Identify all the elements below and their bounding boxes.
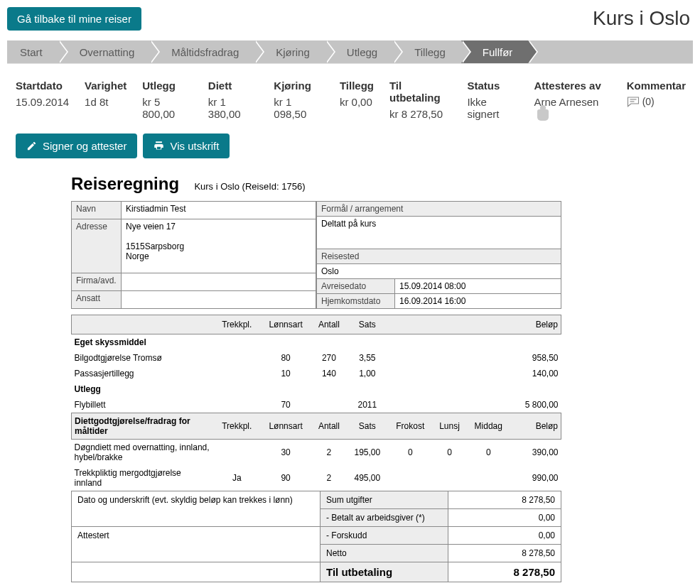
summary-col: Tilleggkr 0,00 (340, 80, 374, 121)
wizard-step-kjøring[interactable]: Kjøring (254, 40, 325, 63)
navn-label: Navn (72, 202, 122, 219)
printer-icon (154, 141, 164, 151)
summary-label: Kjøring (274, 80, 324, 92)
summary-col: Varighet1d 8t (85, 80, 126, 121)
reisested-label: Reisested (317, 249, 561, 264)
firma-value (122, 273, 316, 290)
summary-label: Tillegg (340, 80, 374, 92)
wizard-step-overnatting[interactable]: Overnatting (58, 40, 151, 63)
section-heading: Eget skyssmiddel (72, 334, 561, 351)
sign-attest-label: Signer og attester (43, 140, 126, 152)
reisested-value: Oslo (317, 264, 561, 279)
sheet-subtitle: Kurs i Oslo (ReiseId: 1756) (194, 181, 305, 192)
sign-cell: Dato og underskrift (evt. skyldig beløp … (72, 491, 321, 527)
formal-label: Formål / arrangement (317, 202, 561, 217)
summary-col: Startdato15.09.2014 (16, 80, 69, 121)
wizard-step-tillegg[interactable]: Tillegg (393, 40, 461, 63)
summary-row: Startdato15.09.2014Varighet1d 8tUtleggkr… (0, 64, 700, 134)
summary-col: Attesteres avArne Arnesen (534, 80, 611, 121)
summary-col: Kommentar(0) (627, 80, 686, 121)
avreise-label: Avreisedato (317, 279, 395, 294)
print-button[interactable]: Vis utskrift (143, 134, 230, 158)
summary-value: kr 0,00 (340, 96, 374, 108)
wizard-step-fullfør[interactable]: Fullfør (461, 40, 529, 63)
back-button-label: Gå tilbake til mine reiser (17, 13, 131, 25)
summary-value: kr 1 098,50 (274, 96, 324, 120)
totals-table: Dato og underskrift (evt. skyldig beløp … (71, 491, 561, 582)
summary-col: Kjøringkr 1 098,50 (274, 80, 324, 121)
summary-label: Startdato (16, 80, 69, 92)
table-row: Flybillett7020115 800,00 (72, 397, 561, 413)
wizard-step-start[interactable]: Start (7, 40, 58, 63)
summary-value: 15.09.2014 (16, 96, 69, 108)
page-title: Kurs i Oslo (593, 7, 693, 30)
table-row: Trekkpliktig mergodtgjørelse innlandJa90… (72, 465, 561, 491)
summary-label: Status (467, 80, 518, 92)
summary-value: kr 1 380,00 (208, 96, 259, 120)
summary-label: Kommentar (627, 80, 686, 92)
person-icon (537, 109, 549, 121)
grand-value: 8 278,50 (448, 562, 561, 582)
section-heading: Utlegg (72, 381, 561, 397)
summary-value: kr 8 278,50 (389, 108, 451, 120)
table-row: Bilgodtgjørelse Tromsø802703,55958,50 (72, 350, 561, 366)
summary-col: Til utbetalingkr 8 278,50 (389, 80, 451, 121)
summary-label: Diett (208, 80, 259, 92)
summary-value: kr 5 800,00 (142, 96, 193, 120)
sheet-title: Reiseregning (71, 174, 179, 194)
wizard-steps: StartOvernattingMåltidsfradragKjøringUtl… (7, 40, 693, 63)
comments-link[interactable]: (0) (627, 96, 655, 107)
avreise-value: 15.09.2014 08:00 (395, 279, 561, 294)
hjem-value: 16.09.2014 16:00 (395, 294, 561, 309)
attestert-cell: Attestert (72, 527, 321, 562)
ansatt-label: Ansatt (72, 290, 122, 308)
firma-label: Firma/avd. (72, 273, 122, 290)
table-row: Døgndiett med overnatting, innland, hybe… (72, 440, 561, 466)
lines-table: Trekkpl. Lønnsart Antall Sats Beløp Eget… (71, 315, 561, 491)
summary-col: Utleggkr 5 800,00 (142, 80, 193, 121)
summary-value: Ikke signert (467, 96, 518, 120)
adresse-label: Adresse (72, 219, 122, 273)
wizard-step-måltidsfradrag[interactable]: Måltidsfradrag (150, 40, 254, 63)
summary-col: Diettkr 1 380,00 (208, 80, 259, 121)
hjem-label: Hjemkomstdato (317, 294, 395, 309)
adresse-value: Nye veien 17 1515Sarpsborg Norge (122, 219, 316, 273)
summary-label: Varighet (85, 80, 126, 92)
report-sheet: Reiseregning Kurs i Oslo (ReiseId: 1756)… (71, 174, 561, 582)
navn-value: Kirstiadmin Test (122, 202, 316, 219)
table-row: Passasjertillegg101401,00140,00 (72, 366, 561, 381)
ansatt-value (122, 290, 316, 308)
grand-label: Til utbetaling (321, 562, 448, 582)
formal-value: Deltatt på kurs (317, 217, 561, 249)
wizard-step-utlegg[interactable]: Utlegg (325, 40, 393, 63)
back-button[interactable]: Gå tilbake til mine reiser (7, 7, 141, 31)
comment-icon (627, 96, 640, 107)
pen-icon (26, 141, 37, 151)
diett-header: Diettgodtgjørelse/fradrag for måltiderTr… (72, 413, 561, 440)
summary-value: Arne Arnesen (534, 96, 611, 121)
print-label: Vis utskrift (170, 140, 219, 152)
summary-label: Til utbetaling (389, 80, 451, 104)
summary-label: Attesteres av (534, 80, 611, 92)
sign-attest-button[interactable]: Signer og attester (16, 134, 137, 158)
summary-col: StatusIkke signert (467, 80, 518, 121)
summary-value: 1d 8t (85, 96, 126, 108)
summary-label: Utlegg (142, 80, 193, 92)
